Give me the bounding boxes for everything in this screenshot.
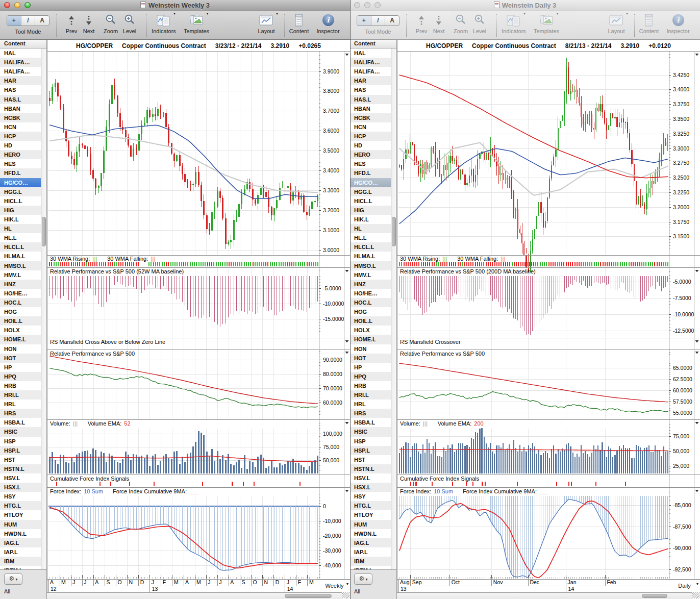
ticker-row[interactable]: HALIFA… [0, 58, 41, 67]
ticker-row[interactable]: HSP [350, 437, 391, 446]
ticker-row[interactable]: HP [350, 363, 391, 372]
ticker-row[interactable]: HES [0, 159, 41, 168]
ticker-row[interactable]: HSV.L [350, 473, 391, 483]
ticker-row[interactable]: HTLOY [350, 510, 391, 519]
ticker-row[interactable]: HMSO.L [0, 261, 41, 270]
ticker-row[interactable]: HTG.L [350, 501, 391, 510]
ticker-row[interactable]: HLCL.L [0, 242, 41, 252]
maximize-icon[interactable] [24, 2, 31, 8]
ticker-row[interactable]: HAS [0, 85, 41, 94]
ticker-row[interactable]: HCN [0, 122, 41, 132]
ticker-row[interactable]: HFD.L [350, 168, 391, 178]
filter-all-label[interactable]: All [354, 588, 360, 594]
sidebar-scrollbar[interactable] [391, 48, 397, 569]
ticker-row[interactable]: HCBK [350, 113, 391, 122]
sidebar-scrollbar-thumb[interactable] [392, 217, 396, 246]
force-panel-label[interactable]: Force Index:10 Sum Force Index Cumulativ… [50, 488, 198, 494]
ticker-row[interactable]: HGG.L [350, 187, 391, 196]
ticker-row[interactable]: HMV.L [350, 270, 391, 280]
ticker-row[interactable]: HLMA.L [0, 252, 41, 261]
content-button[interactable]: Content [287, 12, 311, 34]
sidebar-scrollbar-thumb[interactable] [42, 217, 46, 246]
zoom-in-button[interactable]: Level [120, 12, 139, 34]
force-panel-label[interactable]: Force Index:10 Sum Force Index Cumulativ… [400, 488, 548, 494]
ticker-row[interactable]: HNZ [350, 280, 391, 289]
ticker-row[interactable]: IAG.L [0, 538, 41, 547]
ticker-row[interactable]: HWDN.L [350, 529, 391, 538]
volume-panel-label[interactable]: Volume:||| Volume EMA:200 [400, 420, 484, 427]
ticker-row[interactable]: HON [0, 344, 41, 354]
ticker-row[interactable]: HRL [350, 400, 391, 409]
ticker-row[interactable]: HSTN.L [350, 464, 391, 473]
wma-signal-panel-label[interactable]: 30 WMA Rising:||| 30 WMA Falling:||| [50, 256, 156, 262]
ticker-row[interactable]: HALIFA… [0, 67, 41, 76]
ticker-row[interactable]: HP [0, 363, 41, 372]
wma-signal-panel-label[interactable]: 30 WMA Rising:||| 30 WMA Falling:||| [400, 256, 506, 262]
ticker-row[interactable]: HES [350, 159, 391, 168]
ticker-row[interactable]: HSX.L [350, 483, 391, 492]
prev-button[interactable]: Prev [63, 12, 80, 34]
minimize-icon[interactable] [14, 2, 20, 8]
ticker-row[interactable]: HIG [0, 206, 41, 215]
ticker-row[interactable]: HGG.L [0, 187, 41, 196]
ticker-row[interactable]: HIG [350, 206, 391, 215]
close-icon[interactable] [354, 2, 360, 8]
rs-panel-label[interactable]: Relative Performance vs S&P 500 [400, 351, 485, 357]
ticker-row[interactable]: HPQ [0, 372, 41, 381]
ticker-row[interactable]: IBM [350, 557, 391, 566]
ticker-row[interactable]: HOIL.L [0, 316, 41, 326]
ticker-row[interactable]: HUM [0, 520, 41, 529]
ticker-row[interactable]: HCN [350, 122, 391, 132]
ticker-row[interactable]: HG/CO… [350, 178, 391, 187]
close-icon[interactable] [4, 2, 10, 8]
templates-button[interactable]: ▾ Templates [181, 12, 212, 34]
period-selector[interactable]: Weekly▾ [319, 579, 350, 592]
ticker-row[interactable]: IBTM.L [0, 566, 41, 569]
layout-button[interactable]: ▾ Layout [252, 12, 281, 34]
rp-panel-label[interactable]: Relative Performance vs S&P 500 (200D MA… [400, 268, 536, 274]
content-button[interactable]: Content [637, 12, 661, 34]
ticker-row[interactable]: HST [0, 455, 41, 464]
period-selector[interactable]: Daily▾ [669, 579, 700, 592]
ticker-row[interactable]: HOLX [350, 326, 391, 335]
ticker-row[interactable]: HSY [350, 492, 391, 501]
ticker-row[interactable]: HMV.L [0, 270, 41, 280]
signals-panel-label[interactable]: Cumulative Force Index Signals [50, 476, 129, 482]
ticker-row[interactable]: HICL.L [350, 196, 391, 206]
ticker-row[interactable]: HON [350, 344, 391, 354]
inspector-button[interactable]: i Inspector [663, 12, 693, 34]
ticker-row[interactable]: HERO [350, 150, 391, 159]
ticker-row[interactable]: HNZ [0, 280, 41, 289]
ticker-row[interactable]: HAS.L [350, 95, 391, 104]
ticker-row[interactable]: HAS.L [0, 95, 41, 104]
ticker-row[interactable]: HERO [0, 150, 41, 159]
ticker-row[interactable]: HWDN.L [0, 529, 41, 538]
ticker-row[interactable]: HSIC [350, 427, 391, 436]
ticker-row[interactable]: HRS [0, 409, 41, 418]
ticker-row[interactable]: IAG.L [350, 538, 391, 547]
horizontal-scrollbar[interactable] [47, 593, 342, 599]
ticker-row[interactable]: HRB [350, 381, 391, 390]
zoom-out-button[interactable]: Zoom [452, 12, 470, 34]
ticker-row[interactable]: HALIFA… [350, 58, 391, 67]
ticker-row[interactable]: HOG [350, 307, 391, 316]
volume-panel-label[interactable]: Volume:||| Volume EMA:52 [50, 420, 131, 427]
ticker-row[interactable]: HICL.L [0, 196, 41, 206]
titlebar[interactable]: Weinstein Weekly 3 [0, 0, 350, 11]
ticker-row[interactable]: HBAN [0, 104, 41, 113]
rp-panel-label[interactable]: Relative Performance vs S&P 500 (52W MA … [50, 268, 184, 274]
ticker-row[interactable]: HALIFA… [350, 67, 391, 76]
ticker-row[interactable]: HRB [0, 381, 41, 390]
ticker-row[interactable]: HFD.L [0, 168, 41, 178]
line-tool-button[interactable]: / [21, 16, 36, 26]
prev-button[interactable]: Prev [413, 12, 430, 34]
ticker-row[interactable]: HOT [0, 354, 41, 363]
minimize-icon[interactable] [364, 2, 370, 8]
ticker-row[interactable]: HO/HE… [350, 289, 391, 298]
ticker-row[interactable]: HSBA.L [0, 418, 41, 427]
ticker-row[interactable]: HSBA.L [350, 418, 391, 427]
ticker-row[interactable]: HIK.L [350, 215, 391, 224]
ticker-row[interactable]: IAP.L [0, 547, 41, 557]
maximize-icon[interactable] [374, 2, 381, 8]
horizontal-scrollbar-thumb[interactable] [642, 594, 667, 598]
